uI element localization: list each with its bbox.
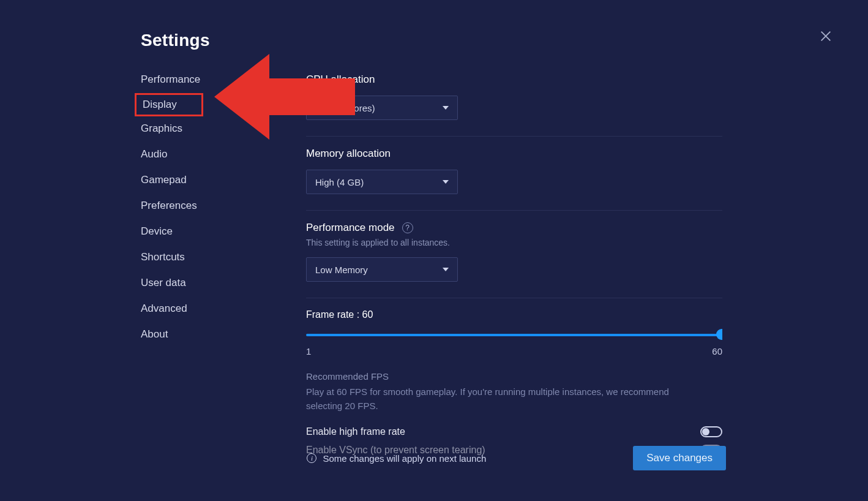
sidebar-item-performance[interactable]: Performance [141, 69, 294, 91]
chevron-down-icon [443, 180, 449, 184]
high-frame-rate-toggle[interactable] [700, 426, 722, 437]
close-icon [819, 29, 832, 43]
cpu-title: CPU allocation [306, 73, 722, 86]
slider-max: 60 [712, 346, 722, 356]
footer-note-text: Some changes will apply on next launch [323, 453, 486, 464]
sidebar-item-shortcuts[interactable]: Shortcuts [141, 246, 294, 268]
settings-content: CPU allocation High (4 Cores) Memory all… [306, 69, 722, 461]
memory-select[interactable]: High (4 GB) [306, 170, 458, 194]
cpu-select[interactable]: High (4 Cores) [306, 96, 458, 120]
frame-title-prefix: Frame rate : [306, 309, 362, 320]
memory-section: Memory allocation High (4 GB) [306, 137, 722, 211]
high-frame-rate-label: Enable high frame rate [306, 426, 405, 437]
memory-title: Memory allocation [306, 148, 722, 160]
perfmode-title: Performance mode ? [306, 222, 722, 234]
sidebar-item-graphics[interactable]: Graphics [141, 118, 294, 140]
cpu-section: CPU allocation High (4 Cores) [306, 73, 722, 137]
chevron-down-icon [443, 268, 449, 271]
sidebar-item-device[interactable]: Device [141, 220, 294, 243]
recommended-body: Play at 60 FPS for smooth gameplay. If y… [306, 385, 698, 413]
memory-select-value: High (4 GB) [315, 177, 364, 187]
frame-title-value: 60 [362, 309, 373, 320]
frame-rate-slider[interactable] [306, 328, 722, 342]
sidebar-item-preferences[interactable]: Preferences [141, 195, 294, 217]
info-icon: i [307, 453, 316, 463]
sidebar-item-about[interactable]: About [141, 323, 294, 345]
footer-note: i Some changes will apply on next launch [307, 453, 486, 464]
sidebar-item-gamepad[interactable]: Gamepad [141, 169, 294, 191]
recommended-fps: Recommended FPS Play at 60 FPS for smoot… [306, 371, 722, 413]
sidebar-item-advanced[interactable]: Advanced [141, 298, 294, 320]
help-icon[interactable]: ? [402, 222, 413, 233]
close-button[interactable] [819, 29, 832, 43]
high-frame-rate-row: Enable high frame rate [306, 426, 722, 437]
cpu-select-value: High (4 Cores) [315, 103, 375, 113]
sidebar-item-audio[interactable]: Audio [141, 143, 294, 165]
slider-range-labels: 1 60 [306, 346, 722, 356]
slider-min: 1 [306, 346, 311, 356]
slider-track [306, 334, 722, 336]
perfmode-subtitle: This setting is applied to all instances… [306, 238, 722, 247]
save-changes-button[interactable]: Save changes [633, 446, 726, 470]
frame-title: Frame rate : 60 [306, 309, 722, 320]
sidebar-item-user-data[interactable]: User data [141, 272, 294, 294]
recommended-title: Recommended FPS [306, 371, 722, 382]
chevron-down-icon [443, 106, 449, 110]
perfmode-title-text: Performance mode [306, 222, 395, 234]
frame-section: Frame rate : 60 1 60 Recommended FPS Pla… [306, 298, 722, 461]
slider-thumb[interactable] [716, 329, 722, 340]
settings-sidebar: Performance Display Graphics Audio Gamep… [141, 69, 306, 461]
perfmode-section: Performance mode ? This setting is appli… [306, 211, 722, 298]
sidebar-item-display[interactable]: Display [135, 93, 203, 116]
page-title: Settings [141, 31, 868, 50]
perfmode-select[interactable]: Low Memory [306, 257, 458, 282]
perfmode-select-value: Low Memory [315, 265, 368, 275]
